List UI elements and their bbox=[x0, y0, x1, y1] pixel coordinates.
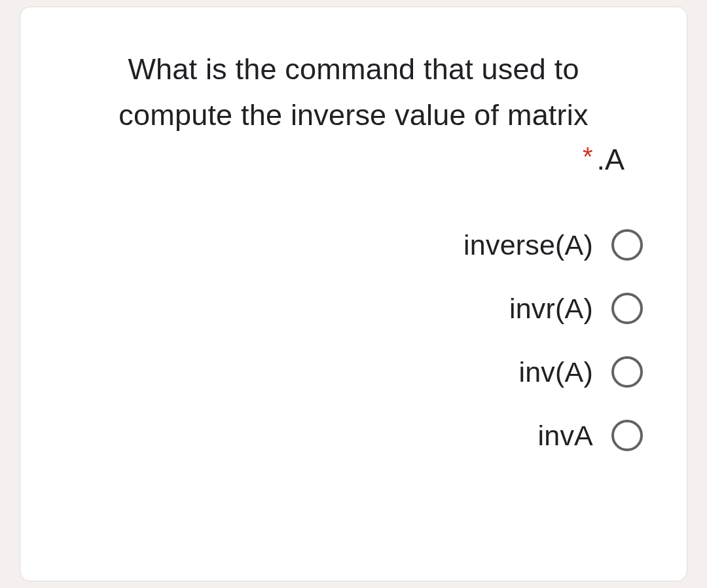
radio-icon[interactable] bbox=[611, 420, 643, 451]
question-suffix: .A bbox=[596, 143, 625, 176]
option-label: inverse(A) bbox=[463, 229, 593, 261]
option-label: invA bbox=[538, 420, 593, 452]
question-text-line2: compute the inverse value of matrix bbox=[56, 92, 651, 138]
question-text-line1: What is the command that used to bbox=[56, 46, 651, 92]
radio-icon[interactable] bbox=[611, 293, 643, 324]
question-suffix-line: *.A bbox=[56, 142, 651, 177]
radio-icon[interactable] bbox=[611, 229, 643, 261]
option-invr-a[interactable]: invr(A) bbox=[509, 293, 643, 325]
options-group: inverse(A) invr(A) inv(A) invA bbox=[56, 229, 651, 452]
question-card: What is the command that used to compute… bbox=[20, 7, 687, 581]
option-label: inv(A) bbox=[519, 356, 594, 388]
option-label: invr(A) bbox=[509, 293, 593, 325]
radio-icon[interactable] bbox=[611, 356, 643, 388]
option-inva[interactable]: invA bbox=[538, 420, 643, 452]
option-inverse-a[interactable]: inverse(A) bbox=[463, 229, 643, 261]
question-block: What is the command that used to compute… bbox=[56, 46, 651, 177]
option-inv-a[interactable]: inv(A) bbox=[519, 356, 644, 388]
required-asterisk: * bbox=[583, 142, 593, 171]
